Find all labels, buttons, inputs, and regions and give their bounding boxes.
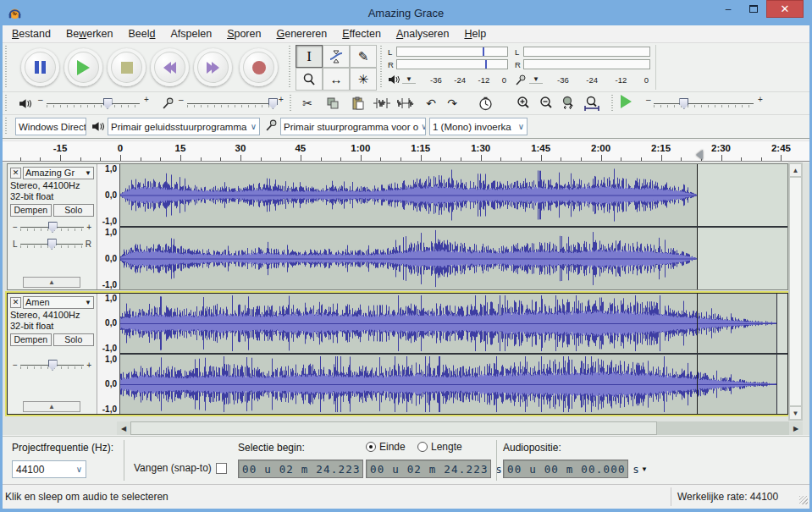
fit-project-button[interactable]	[581, 94, 603, 113]
horizontal-scrollbar[interactable]: ◀ ▶	[117, 421, 803, 435]
mute-button[interactable]: Dempen	[10, 204, 52, 217]
track-waveform[interactable]	[120, 294, 787, 414]
record-button[interactable]	[240, 48, 278, 86]
menu-genereren[interactable]: Genereren	[268, 26, 334, 41]
meter-dropdown-arrow[interactable]: ▼	[529, 75, 543, 84]
maximize-button[interactable]	[741, 0, 766, 18]
track-vertical-ruler[interactable]: 1,00,0-1,01,00,0-1,0	[97, 294, 120, 414]
track-close-button[interactable]: ✕	[10, 168, 21, 179]
trim-audio-button[interactable]	[371, 94, 393, 113]
menu-help[interactable]: Help	[456, 26, 494, 41]
pause-button[interactable]	[21, 48, 59, 86]
pan-slider[interactable]: L R	[10, 237, 94, 250]
track-close-button[interactable]: ✕	[10, 297, 21, 308]
scroll-down-button[interactable]: ▼	[789, 406, 802, 420]
audio-host-select[interactable]: Windows DirectSc∨	[15, 118, 86, 135]
track-name-dropdown[interactable]: Amen ▼	[23, 296, 94, 309]
slider-thumb[interactable]	[103, 98, 113, 109]
play-at-speed-button[interactable]	[621, 95, 632, 108]
menu-afspelen[interactable]: Afspelen	[163, 26, 219, 41]
resize-grip[interactable]	[799, 496, 808, 504]
transport-toolbar-grip[interactable]	[5, 46, 9, 89]
zoom-out-button[interactable]	[535, 94, 557, 113]
meter-dropdown-arrow[interactable]: ▼	[402, 75, 416, 84]
silence-audio-button[interactable]	[395, 94, 417, 113]
menu-bewerken[interactable]: Bewerken	[58, 26, 121, 41]
collapse-track-button[interactable]: ▲	[23, 277, 80, 288]
menu-bestand[interactable]: Bestand	[4, 26, 58, 41]
stop-button[interactable]	[108, 48, 146, 86]
tools-toolbar-grip[interactable]	[289, 46, 293, 89]
selection-start-field[interactable]: 00 u 02 m 24.223 s▼	[238, 460, 363, 478]
track-vertical-ruler[interactable]: 1,00,0-1,01,00,0-1,0	[97, 164, 120, 289]
playspeed-slider[interactable]	[654, 96, 754, 110]
vertical-scroll-thumb[interactable]	[789, 177, 802, 406]
mute-button[interactable]: Dempen	[10, 333, 52, 346]
slider-thumb[interactable]	[47, 239, 57, 250]
slider-thumb[interactable]	[48, 360, 58, 371]
menu-effecten[interactable]: Effecten	[334, 26, 389, 41]
gain-slider[interactable]: − +	[10, 220, 94, 234]
vertical-scrollbar[interactable]: ▲ ▼	[788, 162, 803, 421]
selection-end-field[interactable]: 00 u 02 m 24.223 s▼	[366, 460, 491, 478]
timeshift-tool-button[interactable]: ↔	[323, 68, 350, 91]
playback-meter[interactable]: L R ▼ -36-24-120	[388, 46, 508, 90]
paste-button[interactable]	[347, 94, 369, 113]
playspeed-toolbar-grip[interactable]	[611, 95, 616, 112]
selection-tool-button[interactable]: I	[296, 45, 323, 68]
envelope-tool-button[interactable]	[323, 45, 350, 68]
menu-sporen[interactable]: Sporen	[219, 26, 268, 41]
sync-lock-button[interactable]	[474, 94, 496, 113]
edit-toolbar-grip[interactable]	[290, 95, 294, 112]
scroll-up-button[interactable]: ▲	[789, 163, 802, 177]
draw-tool-button[interactable]: ✎	[350, 45, 377, 68]
skip-to-start-button[interactable]	[151, 48, 189, 86]
undo-button[interactable]: ↶	[420, 94, 442, 113]
audio-position-field[interactable]: 00 u 00 m 00.000 s▼	[503, 460, 628, 478]
track-row[interactable]: ✕ Amazing Gr ▼ Stereo, 44100Hz 32-bit fl…	[7, 163, 788, 290]
fit-selection-button[interactable]	[557, 94, 579, 113]
project-rate-select[interactable]: 44100∨	[12, 460, 86, 478]
mixer-toolbar-grip[interactable]	[5, 95, 9, 112]
copy-button[interactable]	[322, 94, 344, 113]
redo-button[interactable]: ↷	[441, 94, 463, 113]
playback-meter-grip[interactable]	[380, 46, 384, 89]
menu-beeld[interactable]: Beeld	[120, 26, 163, 41]
device-toolbar-grip[interactable]	[5, 118, 9, 135]
menu-analyseren[interactable]: Analyseren	[389, 26, 457, 41]
solo-button[interactable]: Solo	[53, 204, 95, 217]
waveform-canvas[interactable]	[120, 228, 787, 289]
horizontal-scroll-thumb[interactable]	[130, 421, 657, 435]
recording-channels-select[interactable]: 1 (Mono) invoerka∨	[429, 118, 528, 135]
input-volume-slider[interactable]	[187, 96, 275, 110]
minimize-button[interactable]: –	[715, 0, 741, 18]
cut-button[interactable]: ✂	[296, 94, 318, 113]
slider-thumb[interactable]	[679, 98, 688, 109]
zoom-in-button[interactable]	[512, 94, 534, 113]
solo-button[interactable]: Solo	[53, 333, 95, 346]
snap-to-checkbox[interactable]	[216, 463, 227, 474]
waveform-canvas[interactable]	[120, 294, 787, 353]
timeline-ruler[interactable]: -1501530451:001:151:301:452:002:152:302:…	[0, 140, 812, 162]
scroll-right-button[interactable]: ▶	[789, 421, 803, 435]
output-volume-slider[interactable]	[47, 96, 140, 110]
track-name-dropdown[interactable]: Amazing Gr ▼	[23, 167, 94, 179]
play-button[interactable]	[64, 48, 102, 86]
recording-device-select[interactable]: Primair stuurprogramma voor o∨	[280, 118, 426, 135]
track-waveform[interactable]	[120, 164, 787, 289]
waveform-canvas[interactable]	[120, 355, 787, 414]
multi-tool-button[interactable]: ✳	[350, 68, 377, 91]
skip-to-end-button[interactable]	[194, 48, 232, 86]
close-button[interactable]: ✕	[766, 0, 804, 18]
playhead-marker[interactable]	[696, 150, 703, 160]
end-radio[interactable]: Einde	[366, 441, 406, 453]
playback-device-select[interactable]: Primair geluidsstuurprogramma∨	[108, 118, 260, 135]
track-row[interactable]: ✕ Amen ▼ Stereo, 44100Hz 32-bit float De…	[7, 293, 788, 415]
recording-meter[interactable]: L R ▼ -36-24-120	[515, 46, 650, 90]
scroll-left-button[interactable]: ◀	[117, 421, 130, 435]
gain-slider[interactable]: − +	[10, 358, 94, 372]
waveform-canvas[interactable]	[120, 164, 787, 226]
zoom-tool-button[interactable]	[296, 68, 323, 91]
collapse-track-button[interactable]: ▲	[23, 401, 80, 412]
slider-thumb[interactable]	[48, 222, 58, 233]
